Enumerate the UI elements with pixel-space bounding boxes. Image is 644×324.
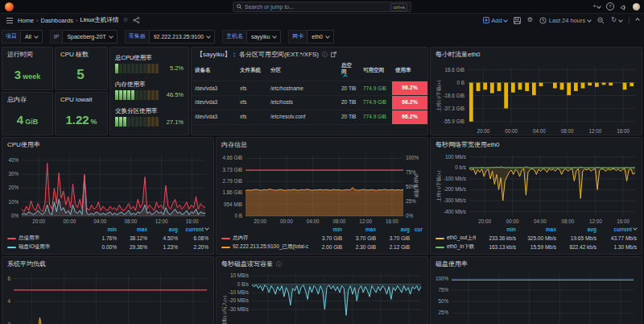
legend-column-cur[interactable]: cur bbox=[410, 226, 423, 232]
table-cell-mount: /etc/hostname bbox=[267, 81, 338, 95]
stat-value: 5 bbox=[76, 64, 85, 89]
chart-cpu-usage[interactable]: 20:0000:0004:0008:0012:0016:000%10%20%30… bbox=[4, 150, 212, 225]
breadcrumb-dashboards[interactable]: Dashboards bbox=[41, 17, 73, 24]
column-header[interactable]: 使用率 bbox=[392, 60, 427, 81]
table-cell-device: /dev/vda3 bbox=[192, 81, 237, 95]
svg-text:16:00: 16:00 bbox=[617, 218, 630, 224]
add-button[interactable]: Add bbox=[483, 17, 506, 24]
svg-text:4.66 GiB: 4.66 GiB bbox=[222, 155, 242, 160]
panel-title[interactable]: 内存信息 bbox=[217, 138, 427, 150]
series-name[interactable]: 总使用率 bbox=[19, 235, 39, 242]
svg-text:0%: 0% bbox=[406, 213, 414, 218]
column-header[interactable]: 文件系统 bbox=[237, 60, 267, 81]
settings-gear-icon[interactable]: ⚙ bbox=[527, 17, 533, 23]
legend-column-current[interactable]: current bbox=[178, 226, 208, 232]
series-name[interactable]: 总内存 bbox=[233, 235, 249, 242]
legend-header: minmaxavgcur bbox=[221, 225, 423, 234]
legend-column-min[interactable]: min bbox=[476, 226, 516, 232]
column-header[interactable]: 设备名 bbox=[192, 60, 237, 81]
panel-title[interactable]: 每秒网络带宽使用eth0 bbox=[431, 138, 642, 150]
panel-title[interactable]: 总内存 bbox=[2, 93, 52, 105]
info-icon[interactable]: ⓘ bbox=[276, 260, 282, 268]
variable-value-dropdown[interactable]: All bbox=[20, 30, 43, 44]
svg-text:1.86 GiB: 1.86 GiB bbox=[222, 189, 242, 195]
svg-text:12:00: 12:00 bbox=[589, 218, 602, 224]
series-name[interactable]: eth0_out上传 bbox=[447, 235, 476, 242]
refresh-button[interactable]: ↻ bbox=[611, 17, 622, 23]
series-swatch bbox=[221, 247, 230, 248]
memory-legend: minmaxavgcur总内存3.70 GiB3.70 GiB3.70 GiB9… bbox=[217, 225, 427, 254]
legend-column-avg[interactable]: avg bbox=[556, 226, 597, 232]
variable-value-dropdown[interactable]: sayyiku bbox=[246, 30, 281, 44]
new-button[interactable]: + bbox=[592, 3, 601, 10]
legend-value: 3.70 GiB bbox=[308, 235, 342, 241]
legend-column-avg[interactable]: avg bbox=[147, 226, 178, 232]
chart-hourly-traffic[interactable]: 20:0000:0004:0008:0012:0016:0018.6 GiB0 … bbox=[439, 60, 640, 135]
zoom-out-icon[interactable] bbox=[597, 17, 605, 24]
legend-column-max[interactable]: max bbox=[342, 226, 376, 232]
table-cell-avail: 774.9 GiB bbox=[360, 96, 392, 110]
column-header[interactable]: 分区 bbox=[267, 60, 338, 81]
info-icon[interactable]: ⓘ bbox=[322, 51, 328, 59]
cpu-legend: minmaxavgcurrent总使用率1.76%38.12%4.50%6.08… bbox=[2, 225, 213, 254]
column-header[interactable]: 总空间 bbox=[338, 60, 360, 81]
panel-title[interactable]: 【sayyiku】： 各分区可用空间(EXT.*/XFS) ⓘ bbox=[192, 48, 427, 60]
legend-column-max[interactable]: max bbox=[516, 226, 556, 232]
legend-column-min[interactable]: min bbox=[308, 226, 342, 232]
chart-disk-io[interactable]: 20:0000:0004:0008:0012:0016:0010 MB/s0 B… bbox=[225, 269, 426, 324]
series-name[interactable]: 磁盘IO使用率 bbox=[19, 243, 50, 251]
svg-text:00:00: 00:00 bbox=[280, 218, 293, 224]
panel-title[interactable]: 运行时间 bbox=[2, 48, 52, 60]
svg-text:0 B/s: 0 B/s bbox=[237, 281, 249, 287]
svg-text:08:00: 08:00 bbox=[561, 218, 574, 224]
panel-title[interactable]: CPU使用率 bbox=[2, 138, 213, 150]
table-cell-total: 20 TiB bbox=[338, 96, 360, 110]
series-name[interactable]: 92.222.213.25:9100_已用(total-cache-buf-fr… bbox=[233, 243, 308, 251]
chart-network-bandwidth[interactable]: 20:0000:0004:0008:0012:0016:00100 Mb/s0 … bbox=[439, 150, 640, 225]
chart-system-load[interactable]: 20:0000:0004:0008:0012:0016:00246 bbox=[4, 269, 212, 324]
legend-column-current[interactable]: current bbox=[597, 226, 637, 232]
variable-value-dropdown[interactable]: 92.222.213.25:9100 bbox=[149, 30, 215, 44]
svg-text:-10 MB/s: -10 MB/s bbox=[229, 289, 249, 295]
share-icon[interactable] bbox=[133, 17, 140, 23]
bar-gauge: 内存使用率46.5% bbox=[115, 81, 184, 100]
user-avatar[interactable] bbox=[633, 3, 640, 10]
panel-title[interactable]: 每小时流量eth0 bbox=[431, 48, 642, 60]
svg-text:954 MiB: 954 MiB bbox=[224, 201, 242, 207]
legend-column-avg[interactable]: avg bbox=[376, 226, 410, 232]
series-name[interactable]: eth0_in下载 bbox=[447, 243, 474, 251]
variable-value-dropdown[interactable]: Spaceberg-20T bbox=[62, 30, 117, 44]
svg-text:25%: 25% bbox=[438, 309, 448, 315]
grafana-logo-icon[interactable] bbox=[5, 2, 14, 11]
collapse-toolbar-icon[interactable] bbox=[635, 18, 640, 23]
star-icon[interactable]: ☆ bbox=[122, 17, 128, 23]
panel-title[interactable]: 磁盘使用率 bbox=[431, 257, 642, 269]
legend-column-max[interactable]: max bbox=[117, 226, 147, 232]
panel-title[interactable]: CPU 核数 bbox=[56, 48, 107, 60]
time-range-picker[interactable]: Last 24 hours bbox=[539, 17, 591, 24]
panel-title[interactable]: CPU iowait bbox=[56, 93, 107, 105]
breadcrumb-home[interactable]: Home bbox=[18, 17, 34, 24]
legend-value: 2.30 GiB bbox=[342, 244, 376, 250]
table-cell-fs: xfs bbox=[237, 110, 267, 124]
chart-disk-usage[interactable]: 20:0000:0004:0008:0012:0016:0025%50%75%1… bbox=[432, 269, 640, 324]
menu-icon[interactable] bbox=[6, 20, 13, 21]
save-icon[interactable] bbox=[514, 17, 521, 24]
legend-value: 4.50% bbox=[147, 235, 178, 241]
variable-value-dropdown[interactable]: eth0 bbox=[307, 30, 334, 44]
panel-title[interactable]: 每秒磁盘读写容量 ⓘ bbox=[217, 257, 427, 269]
chart-memory-info[interactable]: 20:0000:0004:0008:0012:0016:000 B954 MiB… bbox=[218, 150, 419, 225]
svg-text:-30 MB/s: -30 MB/s bbox=[229, 306, 249, 312]
svg-text:0 B: 0 B bbox=[235, 213, 242, 218]
gauge-list: 总CPU使用率5.2%内存使用率46.5%交换分区使用率27.1% bbox=[110, 48, 188, 135]
news-icon[interactable] bbox=[620, 3, 627, 10]
series-swatch bbox=[436, 247, 444, 248]
search-input[interactable]: Search or jump to... ctrl+k bbox=[233, 2, 411, 12]
svg-text:00:00: 00:00 bbox=[506, 218, 519, 224]
column-header[interactable]: 可用空间 bbox=[360, 60, 392, 81]
panel-title[interactable]: 系统平均负载 bbox=[2, 257, 213, 269]
external-link-icon[interactable] bbox=[331, 52, 336, 57]
gauge-value: 27.1% bbox=[167, 118, 184, 126]
legend-column-min[interactable]: min bbox=[86, 226, 117, 232]
help-icon[interactable]: ? bbox=[606, 2, 614, 10]
